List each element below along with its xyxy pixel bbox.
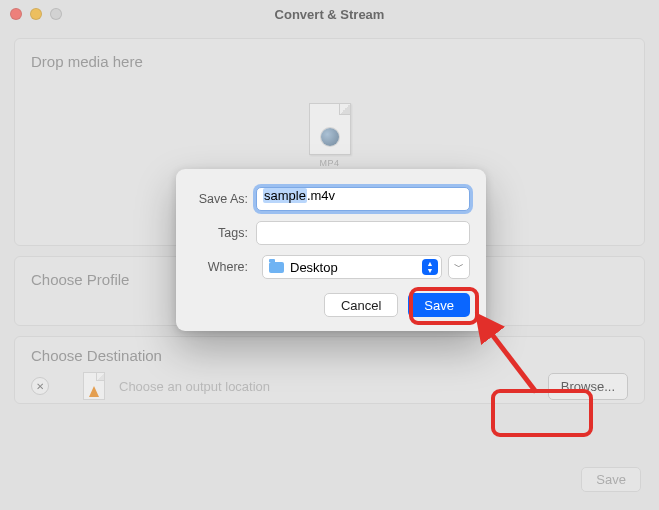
save-as-label: Save As: <box>192 192 248 206</box>
where-row: Where: Desktop ▲▼ ﹀ <box>192 255 470 279</box>
save-dialog: Save As: sample.m4v Tags: Where: Desktop… <box>176 169 486 331</box>
expand-dialog-button[interactable]: ﹀ <box>448 255 470 279</box>
where-label: Where: <box>192 260 248 274</box>
where-value: Desktop <box>290 260 338 275</box>
tags-row: Tags: <box>192 221 470 245</box>
filename-base-selected: sample <box>263 188 307 203</box>
tags-input[interactable] <box>256 221 470 245</box>
tags-label: Tags: <box>192 226 248 240</box>
save-as-input[interactable]: sample.m4v <box>256 187 470 211</box>
folder-icon <box>269 262 284 273</box>
filename-ext: .m4v <box>307 188 335 203</box>
save-button[interactable]: Save <box>408 293 470 317</box>
cancel-button[interactable]: Cancel <box>324 293 398 317</box>
where-select[interactable]: Desktop ▲▼ <box>262 255 442 279</box>
select-stepper-icon: ▲▼ <box>422 259 438 275</box>
save-as-row: Save As: sample.m4v <box>192 187 470 211</box>
dialog-buttons: Cancel Save <box>192 293 470 317</box>
